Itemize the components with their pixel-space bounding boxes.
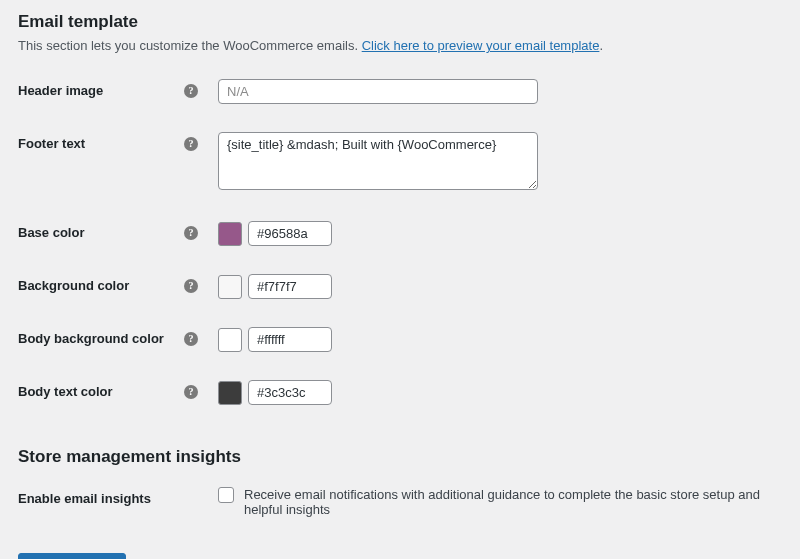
body-background-color-input[interactable] [248, 327, 332, 352]
body-text-color-input[interactable] [248, 380, 332, 405]
label-footer-text: Footer text [18, 136, 85, 151]
enable-insights-description: Receive email notifications with additio… [244, 487, 782, 517]
background-color-swatch[interactable] [218, 275, 242, 299]
label-body-background-color: Body background color [18, 331, 164, 346]
background-color-input[interactable] [248, 274, 332, 299]
base-color-swatch[interactable] [218, 222, 242, 246]
label-enable-insights: Enable email insights [18, 491, 151, 506]
help-icon[interactable]: ? [184, 137, 198, 151]
label-header-image: Header image [18, 83, 103, 98]
footer-text-textarea[interactable] [218, 132, 538, 190]
enable-insights-row[interactable]: Receive email notifications with additio… [218, 487, 782, 517]
help-icon[interactable]: ? [184, 279, 198, 293]
insights-form-table: Enable email insights Receive email noti… [18, 473, 782, 531]
help-icon[interactable]: ? [184, 84, 198, 98]
help-icon[interactable]: ? [184, 332, 198, 346]
section-description: This section lets you customize the WooC… [18, 38, 782, 53]
help-icon[interactable]: ? [184, 385, 198, 399]
label-background-color: Background color [18, 278, 129, 293]
help-icon[interactable]: ? [184, 226, 198, 240]
save-changes-button[interactable]: Save changes [18, 553, 126, 559]
section-heading-email-template: Email template [18, 12, 782, 32]
section-heading-store-insights: Store management insights [18, 447, 782, 467]
preview-template-link[interactable]: Click here to preview your email templat… [362, 38, 600, 53]
desc-text-post: . [599, 38, 603, 53]
body-text-color-swatch[interactable] [218, 381, 242, 405]
desc-text: This section lets you customize the WooC… [18, 38, 362, 53]
header-image-input[interactable] [218, 79, 538, 104]
label-body-text-color: Body text color [18, 384, 113, 399]
enable-insights-checkbox[interactable] [218, 487, 234, 503]
body-background-color-swatch[interactable] [218, 328, 242, 352]
settings-form-table: Header image ? Footer text ? Base color … [18, 65, 782, 419]
base-color-input[interactable] [248, 221, 332, 246]
label-base-color: Base color [18, 225, 84, 240]
